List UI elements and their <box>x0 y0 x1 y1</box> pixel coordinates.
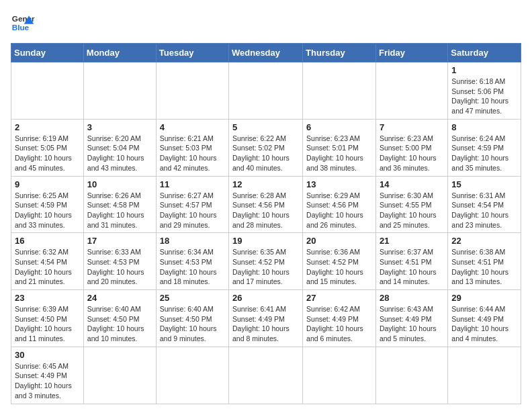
calendar-cell: 24Sunrise: 6:40 AM Sunset: 4:50 PM Dayli… <box>83 290 156 347</box>
calendar-cell: 14Sunrise: 6:30 AM Sunset: 4:55 PM Dayli… <box>375 176 447 233</box>
calendar-cell <box>11 62 84 120</box>
day-number: 28 <box>380 293 444 303</box>
day-info: Sunrise: 6:24 AM Sunset: 4:59 PM Dayligh… <box>451 134 517 173</box>
day-number: 19 <box>232 236 299 246</box>
calendar-cell: 10Sunrise: 6:26 AM Sunset: 4:58 PM Dayli… <box>83 176 156 233</box>
calendar-cell: 12Sunrise: 6:28 AM Sunset: 4:56 PM Dayli… <box>229 176 303 233</box>
calendar-cell: 17Sunrise: 6:33 AM Sunset: 4:53 PM Dayli… <box>83 233 156 290</box>
day-number: 30 <box>15 350 80 360</box>
calendar-cell <box>229 62 303 120</box>
day-number: 6 <box>306 122 372 132</box>
calendar-cell: 26Sunrise: 6:41 AM Sunset: 4:49 PM Dayli… <box>229 290 303 347</box>
week-row-1: 2Sunrise: 6:19 AM Sunset: 5:05 PM Daylig… <box>11 119 521 176</box>
logo: General Blue <box>11 11 35 35</box>
calendar-cell: 15Sunrise: 6:31 AM Sunset: 4:54 PM Dayli… <box>448 176 521 233</box>
calendar-cell: 30Sunrise: 6:45 AM Sunset: 4:49 PM Dayli… <box>11 347 84 404</box>
day-number: 29 <box>451 293 517 303</box>
day-number: 22 <box>451 236 517 246</box>
day-number: 23 <box>15 293 80 303</box>
day-info: Sunrise: 6:25 AM Sunset: 4:59 PM Dayligh… <box>15 191 80 230</box>
calendar-cell <box>229 347 303 404</box>
day-number: 18 <box>160 236 225 246</box>
calendar-cell <box>83 347 156 404</box>
day-number: 8 <box>451 122 517 132</box>
calendar-table: SundayMondayTuesdayWednesdayThursdayFrid… <box>11 43 521 404</box>
day-info: Sunrise: 6:19 AM Sunset: 5:05 PM Dayligh… <box>15 134 80 173</box>
calendar-cell: 28Sunrise: 6:43 AM Sunset: 4:49 PM Dayli… <box>375 290 447 347</box>
weekday-wednesday: Wednesday <box>229 44 303 62</box>
calendar-cell: 4Sunrise: 6:21 AM Sunset: 5:03 PM Daylig… <box>156 119 228 176</box>
day-number: 11 <box>160 179 225 189</box>
calendar-cell: 19Sunrise: 6:35 AM Sunset: 4:52 PM Dayli… <box>229 233 303 290</box>
day-info: Sunrise: 6:44 AM Sunset: 4:49 PM Dayligh… <box>451 304 517 344</box>
day-info: Sunrise: 6:35 AM Sunset: 4:52 PM Dayligh… <box>232 247 299 287</box>
day-number: 16 <box>15 236 80 246</box>
day-number: 17 <box>87 236 152 246</box>
calendar-cell: 18Sunrise: 6:34 AM Sunset: 4:53 PM Dayli… <box>156 233 228 290</box>
calendar-cell: 29Sunrise: 6:44 AM Sunset: 4:49 PM Dayli… <box>448 290 521 347</box>
weekday-header-row: SundayMondayTuesdayWednesdayThursdayFrid… <box>11 44 521 62</box>
day-number: 13 <box>306 179 372 189</box>
calendar-cell <box>156 347 228 404</box>
day-info: Sunrise: 6:23 AM Sunset: 5:00 PM Dayligh… <box>380 134 444 173</box>
calendar-cell: 16Sunrise: 6:32 AM Sunset: 4:54 PM Dayli… <box>11 233 84 290</box>
day-number: 21 <box>380 236 444 246</box>
day-info: Sunrise: 6:20 AM Sunset: 5:04 PM Dayligh… <box>87 134 152 173</box>
day-number: 9 <box>15 179 80 189</box>
logo-icon: General Blue <box>11 11 35 35</box>
day-info: Sunrise: 6:26 AM Sunset: 4:58 PM Dayligh… <box>87 191 152 230</box>
day-number: 12 <box>232 179 299 189</box>
day-info: Sunrise: 6:21 AM Sunset: 5:03 PM Dayligh… <box>160 134 225 173</box>
calendar-cell: 13Sunrise: 6:29 AM Sunset: 4:56 PM Dayli… <box>303 176 376 233</box>
day-number: 20 <box>306 236 372 246</box>
day-number: 26 <box>232 293 299 303</box>
day-info: Sunrise: 6:36 AM Sunset: 4:52 PM Dayligh… <box>306 247 372 287</box>
day-number: 7 <box>380 122 444 132</box>
calendar-cell <box>83 62 156 120</box>
calendar-cell <box>156 62 228 120</box>
weekday-thursday: Thursday <box>303 44 376 62</box>
calendar-cell: 1Sunrise: 6:18 AM Sunset: 5:06 PM Daylig… <box>448 62 521 120</box>
day-number: 10 <box>87 179 152 189</box>
calendar-cell <box>375 62 447 120</box>
weekday-sunday: Sunday <box>11 44 84 62</box>
day-info: Sunrise: 6:34 AM Sunset: 4:53 PM Dayligh… <box>160 247 225 287</box>
day-number: 1 <box>451 65 517 75</box>
day-info: Sunrise: 6:37 AM Sunset: 4:51 PM Dayligh… <box>380 247 444 287</box>
day-info: Sunrise: 6:41 AM Sunset: 4:49 PM Dayligh… <box>232 304 299 344</box>
day-info: Sunrise: 6:29 AM Sunset: 4:56 PM Dayligh… <box>306 191 372 230</box>
day-number: 25 <box>160 293 225 303</box>
calendar-cell <box>303 62 376 120</box>
calendar-cell: 5Sunrise: 6:22 AM Sunset: 5:02 PM Daylig… <box>229 119 303 176</box>
week-row-2: 9Sunrise: 6:25 AM Sunset: 4:59 PM Daylig… <box>11 176 521 233</box>
calendar-cell: 3Sunrise: 6:20 AM Sunset: 5:04 PM Daylig… <box>83 119 156 176</box>
day-info: Sunrise: 6:45 AM Sunset: 4:49 PM Dayligh… <box>15 361 80 401</box>
day-info: Sunrise: 6:23 AM Sunset: 5:01 PM Dayligh… <box>306 134 372 173</box>
day-number: 14 <box>380 179 444 189</box>
day-info: Sunrise: 6:43 AM Sunset: 4:49 PM Dayligh… <box>380 304 444 344</box>
day-info: Sunrise: 6:39 AM Sunset: 4:50 PM Dayligh… <box>15 304 80 344</box>
calendar-cell: 27Sunrise: 6:42 AM Sunset: 4:49 PM Dayli… <box>303 290 376 347</box>
week-row-3: 16Sunrise: 6:32 AM Sunset: 4:54 PM Dayli… <box>11 233 521 290</box>
day-info: Sunrise: 6:31 AM Sunset: 4:54 PM Dayligh… <box>451 191 517 230</box>
weekday-tuesday: Tuesday <box>156 44 228 62</box>
calendar-cell: 6Sunrise: 6:23 AM Sunset: 5:01 PM Daylig… <box>303 119 376 176</box>
calendar-cell: 2Sunrise: 6:19 AM Sunset: 5:05 PM Daylig… <box>11 119 84 176</box>
day-info: Sunrise: 6:38 AM Sunset: 4:51 PM Dayligh… <box>451 247 517 287</box>
day-number: 4 <box>160 122 225 132</box>
day-info: Sunrise: 6:40 AM Sunset: 4:50 PM Dayligh… <box>160 304 225 344</box>
calendar-cell: 9Sunrise: 6:25 AM Sunset: 4:59 PM Daylig… <box>11 176 84 233</box>
calendar-cell: 25Sunrise: 6:40 AM Sunset: 4:50 PM Dayli… <box>156 290 228 347</box>
day-info: Sunrise: 6:28 AM Sunset: 4:56 PM Dayligh… <box>232 191 299 230</box>
day-info: Sunrise: 6:33 AM Sunset: 4:53 PM Dayligh… <box>87 247 152 287</box>
day-number: 3 <box>87 122 152 132</box>
day-info: Sunrise: 6:40 AM Sunset: 4:50 PM Dayligh… <box>87 304 152 344</box>
day-number: 24 <box>87 293 152 303</box>
day-info: Sunrise: 6:30 AM Sunset: 4:55 PM Dayligh… <box>380 191 444 230</box>
calendar-cell: 23Sunrise: 6:39 AM Sunset: 4:50 PM Dayli… <box>11 290 84 347</box>
day-info: Sunrise: 6:22 AM Sunset: 5:02 PM Dayligh… <box>232 134 299 173</box>
week-row-0: 1Sunrise: 6:18 AM Sunset: 5:06 PM Daylig… <box>11 62 521 120</box>
day-info: Sunrise: 6:42 AM Sunset: 4:49 PM Dayligh… <box>306 304 372 344</box>
day-info: Sunrise: 6:27 AM Sunset: 4:57 PM Dayligh… <box>160 191 225 230</box>
weekday-saturday: Saturday <box>448 44 521 62</box>
